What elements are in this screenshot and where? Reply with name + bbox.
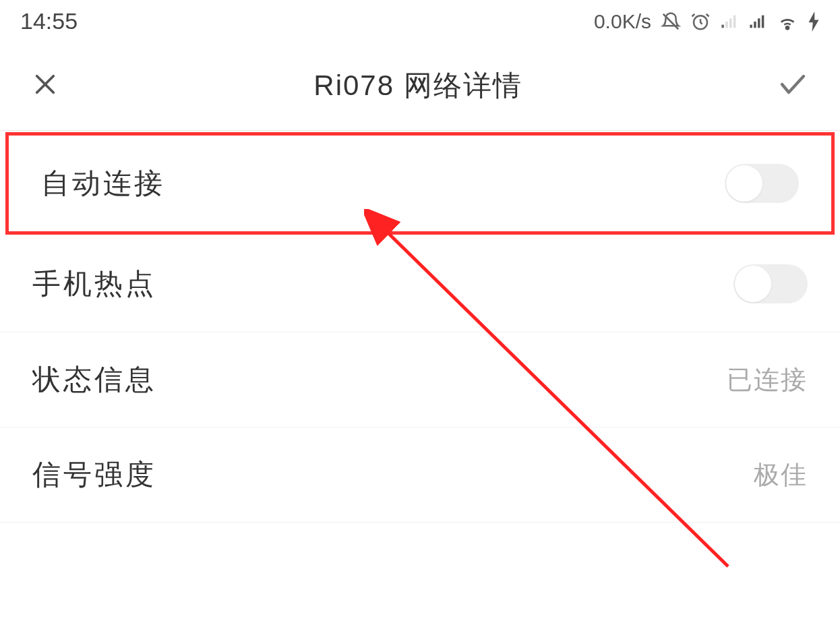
status-bar: 14:55 0.0K/s	[0, 0, 840, 40]
wifi-icon	[777, 11, 798, 32]
status-info-label: 状态信息	[32, 361, 156, 399]
signal-strength-label: 信号强度	[32, 456, 156, 494]
signal-weak-icon	[720, 12, 739, 31]
toggle-knob	[726, 165, 762, 202]
confirm-button[interactable]	[777, 68, 809, 103]
svg-rect-7	[754, 22, 756, 28]
auto-connect-toggle[interactable]	[725, 164, 799, 203]
network-speed: 0.0K/s	[594, 10, 651, 33]
row-auto-connect[interactable]: 自动连接	[5, 132, 835, 235]
svg-point-10	[786, 26, 789, 29]
svg-rect-8	[758, 18, 760, 28]
hotspot-label: 手机热点	[32, 265, 156, 303]
row-status-info[interactable]: 状态信息 已连接	[0, 332, 840, 428]
status-info-value: 已连接	[727, 363, 808, 397]
close-button[interactable]	[31, 70, 59, 101]
svg-rect-3	[725, 22, 728, 28]
signal-strength-value: 极佳	[754, 458, 808, 492]
hotspot-toggle[interactable]	[733, 264, 808, 303]
svg-rect-5	[733, 15, 736, 28]
svg-rect-4	[729, 18, 732, 28]
toggle-knob	[735, 266, 771, 302]
svg-rect-9	[762, 15, 764, 28]
row-signal-strength[interactable]: 信号强度 极佳	[0, 428, 840, 523]
alarm-icon	[690, 11, 711, 32]
auto-connect-label: 自动连接	[41, 165, 165, 202]
page-title: Ri078 网络详情	[313, 67, 522, 105]
mute-icon	[661, 11, 681, 32]
svg-rect-2	[721, 24, 724, 28]
status-icons: 0.0K/s	[594, 10, 820, 33]
status-time: 14:55	[20, 8, 78, 34]
page-header: Ri078 网络详情	[0, 40, 840, 130]
signal-full-icon	[748, 12, 767, 31]
charging-icon	[808, 11, 820, 32]
row-hotspot[interactable]: 手机热点	[0, 236, 840, 332]
settings-list: 自动连接 手机热点 状态信息 已连接 信号强度 极佳	[0, 132, 840, 523]
svg-rect-6	[750, 24, 752, 28]
